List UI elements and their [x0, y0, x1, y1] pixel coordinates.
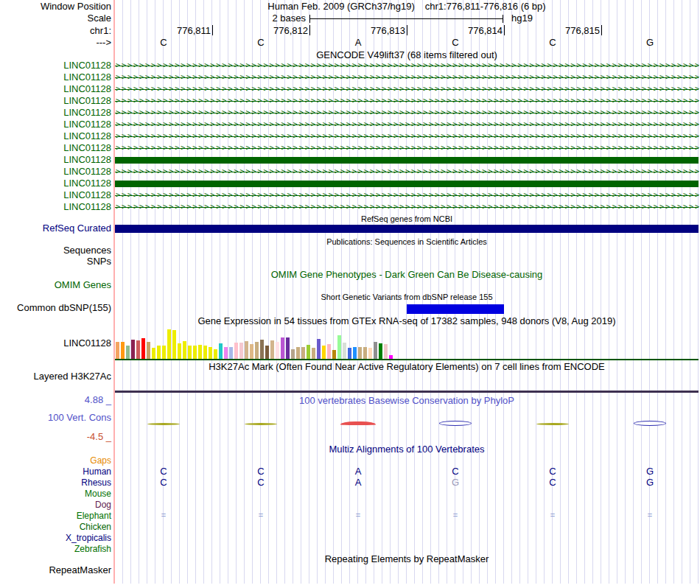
gtex-tissue-bar[interactable]: [229, 347, 233, 359]
multiz-species-label[interactable]: Elephant: [0, 511, 111, 522]
gtex-tissue-bar[interactable]: [234, 343, 238, 359]
gtex-tissue-bar[interactable]: [250, 344, 253, 359]
gtex-tissue-bar[interactable]: [255, 342, 259, 359]
gtex-gene-label[interactable]: LINC01128: [0, 338, 111, 349]
gtex-tissue-bar[interactable]: [209, 347, 212, 359]
gtex-tissue-bar[interactable]: [270, 340, 274, 359]
gencode-transcript-row[interactable]: LINC01128>>>>>>>>>>>>>>>>>>>>>>>>>>>>>>>…: [0, 107, 700, 119]
multiz-species-label[interactable]: Zebrafish: [0, 544, 111, 555]
gtex-tissue-bar[interactable]: [384, 344, 388, 359]
gtex-tissue-bar[interactable]: [281, 337, 284, 359]
gtex-tissue-bar[interactable]: [203, 346, 207, 359]
gtex-tissue-bar[interactable]: [193, 346, 197, 359]
gtex-expression-barchart[interactable]: [116, 328, 393, 359]
gencode-transcript-row[interactable]: LINC01128>>>>>>>>>>>>>>>>>>>>>>>>>>>>>>>…: [0, 71, 700, 83]
gtex-tissue-bar[interactable]: [245, 341, 248, 359]
gtex-tissue-bar[interactable]: [353, 347, 357, 359]
omim-track-title[interactable]: OMIM Gene Phenotypes - Dark Green Can Be…: [115, 270, 699, 280]
gtex-tissue-bar[interactable]: [307, 345, 310, 359]
gtex-tissue-bar[interactable]: [178, 343, 181, 359]
gtex-tissue-bar[interactable]: [286, 337, 290, 359]
gencode-transcript-row[interactable]: LINC01128>>>>>>>>>>>>>>>>>>>>>>>>>>>>>>>…: [0, 189, 700, 201]
multiz-species-row[interactable]: Mouse: [0, 488, 700, 499]
multiz-species-row[interactable]: Dog: [0, 499, 700, 510]
gtex-tissue-bar[interactable]: [152, 348, 155, 359]
gencode-transcript-row[interactable]: LINC01128>>>>>>>>>>>>>>>>>>>>>>>>>>>>>>>…: [0, 166, 700, 178]
gtex-tissue-bar[interactable]: [332, 350, 336, 359]
gencode-transcript-row[interactable]: LINC01128>>>>>>>>>>>>>>>>>>>>>>>>>>>>>>>…: [0, 119, 700, 130]
gencode-transcript-row[interactable]: LINC01128>>>>>>>>>>>>>>>>>>>>>>>>>>>>>>>…: [0, 201, 700, 213]
gtex-tissue-bar[interactable]: [322, 346, 326, 359]
gtex-tissue-bar[interactable]: [312, 348, 315, 359]
gtex-tissue-bar[interactable]: [327, 344, 331, 359]
multiz-species-label[interactable]: Human: [0, 466, 111, 477]
gtex-tissue-bar[interactable]: [198, 345, 202, 359]
gtex-tissue-bar[interactable]: [301, 347, 305, 359]
repeatmasker-label[interactable]: RepeatMasker: [0, 565, 111, 575]
gtex-tissue-bar[interactable]: [296, 347, 300, 359]
gtex-tissue-bar[interactable]: [219, 343, 223, 359]
gtex-tissue-bar[interactable]: [116, 342, 119, 359]
multiz-track-title[interactable]: Multiz Alignments of 100 Vertebrates: [115, 444, 699, 455]
gtex-tissue-bar[interactable]: [224, 347, 228, 359]
multiz-alignment-rows[interactable]: GapsHumanCCACCGRhesusCCAGCGMouseDogEleph…: [0, 455, 700, 554]
h3k27ac-track-title[interactable]: H3K27Ac Mark (Often Found Near Active Re…: [115, 362, 699, 372]
multiz-species-label[interactable]: Dog: [0, 500, 111, 511]
gtex-tissue-bar[interactable]: [379, 343, 382, 359]
gtex-tissue-bar[interactable]: [172, 330, 176, 359]
h3k27ac-baseline[interactable]: [115, 391, 699, 393]
gtex-tissue-bar[interactable]: [374, 342, 377, 359]
gencode-transcript-row[interactable]: LINC01128>>>>>>>>>>>>>>>>>>>>>>>>>>>>>>>…: [0, 83, 700, 95]
gencode-transcript-row[interactable]: LINC01128: [0, 178, 700, 189]
multiz-species-row[interactable]: Elephant======: [0, 510, 700, 521]
gtex-tissue-bar[interactable]: [188, 346, 192, 359]
gencode-transcript-row[interactable]: LINC01128: [0, 154, 700, 166]
gtex-tissue-bar[interactable]: [368, 348, 372, 359]
multiz-species-label[interactable]: Chicken: [0, 522, 111, 533]
gencode-transcript-row[interactable]: LINC01128>>>>>>>>>>>>>>>>>>>>>>>>>>>>>>>…: [0, 130, 700, 142]
gtex-tissue-bar[interactable]: [214, 349, 217, 359]
dbsnp-variant-bar[interactable]: [407, 304, 504, 314]
gtex-tissue-bar[interactable]: [183, 341, 186, 359]
gtex-tissue-bar[interactable]: [343, 343, 346, 359]
gtex-tissue-bar[interactable]: [265, 346, 269, 359]
multiz-species-label[interactable]: Mouse: [0, 489, 111, 500]
omim-genes-label[interactable]: OMIM Genes: [0, 280, 111, 290]
gencode-track-title[interactable]: GENCODE V49lift37 (68 items filtered out…: [115, 50, 699, 60]
gtex-tissue-bar[interactable]: [239, 343, 243, 359]
multiz-species-row[interactable]: Zebrafish: [0, 543, 700, 554]
gtex-tissue-bar[interactable]: [126, 346, 130, 359]
publications-snps-label[interactable]: SNPs: [0, 256, 111, 267]
publications-sequences-label[interactable]: Sequences: [0, 245, 111, 256]
multiz-species-row[interactable]: Chicken: [0, 521, 700, 532]
gtex-tissue-bar[interactable]: [363, 347, 367, 359]
gtex-tissue-bar[interactable]: [337, 335, 341, 359]
multiz-species-label[interactable]: Rhesus: [0, 477, 111, 489]
gtex-tissue-bar[interactable]: [291, 349, 295, 359]
h3k27ac-label[interactable]: Layered H3K27Ac: [0, 371, 111, 382]
dbsnp-track-title[interactable]: Short Genetic Variants from dbSNP releas…: [115, 292, 699, 302]
gtex-tissue-bar[interactable]: [317, 339, 321, 359]
gtex-tissue-bar[interactable]: [131, 340, 135, 359]
gtex-tissue-bar[interactable]: [147, 342, 150, 359]
gtex-tissue-bar[interactable]: [162, 346, 166, 359]
conservation-track-title[interactable]: 100 vertebrates Basewise Conservation by…: [115, 396, 699, 406]
gtex-tissue-bar[interactable]: [348, 348, 351, 359]
gtex-tissue-bar[interactable]: [141, 338, 145, 359]
multiz-species-label[interactable]: Gaps: [0, 455, 111, 466]
gtex-tissue-bar[interactable]: [260, 340, 264, 359]
multiz-species-row[interactable]: X_tropicalis: [0, 532, 700, 543]
gtex-tissue-bar[interactable]: [121, 342, 125, 359]
gencode-track[interactable]: LINC01128>>>>>>>>>>>>>>>>>>>>>>>>>>>>>>>…: [0, 60, 700, 213]
gtex-tissue-bar[interactable]: [358, 347, 362, 359]
refseq-track-title[interactable]: RefSeq genes from NCBI: [115, 214, 699, 224]
gencode-transcript-row[interactable]: LINC01128>>>>>>>>>>>>>>>>>>>>>>>>>>>>>>>…: [0, 95, 700, 107]
multiz-species-row[interactable]: RhesusCCAGCG: [0, 477, 700, 488]
gencode-transcript-row[interactable]: LINC01128>>>>>>>>>>>>>>>>>>>>>>>>>>>>>>>…: [0, 142, 700, 154]
gtex-track-title[interactable]: Gene Expression in 54 tissues from GTEx …: [115, 316, 699, 326]
gencode-transcript-row[interactable]: LINC01128>>>>>>>>>>>>>>>>>>>>>>>>>>>>>>>…: [0, 60, 700, 71]
gtex-tissue-bar[interactable]: [157, 346, 161, 359]
multiz-species-row[interactable]: HumanCCACCG: [0, 466, 700, 477]
publications-track-title[interactable]: Publications: Sequences in Scientific Ar…: [115, 237, 699, 247]
gtex-tissue-bar[interactable]: [136, 340, 140, 359]
